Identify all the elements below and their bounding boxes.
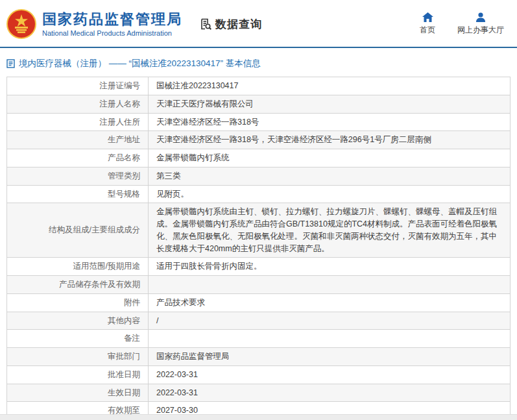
table-row: 生产地址 天津空港经济区经一路318号，天津空港经济区经一路296号1号厂房二层… <box>7 131 511 149</box>
row-value: 国械注准20223130417 <box>149 77 511 95</box>
nav-online-hall[interactable]: 网上办事大厅 <box>457 12 504 36</box>
table-row: 审批部门 国家药品监督管理局 <box>7 348 511 366</box>
page-header: 国家药品监督管理局 National Medical Products Admi… <box>0 0 517 48</box>
row-value: 2022-03-31 <box>149 365 511 384</box>
row-value <box>149 276 511 294</box>
row-value: 天津空港经济区经一路318号 <box>149 113 511 131</box>
table-row: 产品名称 金属带锁髓内钉系统 <box>7 149 511 167</box>
table-row: 其他内容 / <box>7 312 511 330</box>
row-value: / <box>149 312 511 330</box>
row-label: 注册人名称 <box>7 95 149 113</box>
row-value: 天津空港经济区经一路318号，天津空港经济区经一路296号1号厂房二层南侧 <box>149 131 511 149</box>
tab-data-query[interactable]: 数据查询 <box>199 17 262 32</box>
org-name-cn: 国家药品监督管理局 <box>42 11 182 27</box>
row-value: 2022-03-31 <box>149 384 511 402</box>
table-row: 型号规格 见附页。 <box>7 185 511 203</box>
row-label: 注册证编号 <box>7 77 149 95</box>
row-label: 附件 <box>7 293 149 312</box>
row-value: 金属带锁髓内钉系统 <box>149 149 511 167</box>
nav-home[interactable]: 首页 <box>420 12 435 36</box>
person-icon <box>475 12 486 22</box>
row-label: 备注 <box>7 330 149 348</box>
home-icon <box>422 12 433 22</box>
registration-info-table: 注册证编号 国械注准20223130417 注册人名称 天津正天医疗器械有限公司… <box>6 77 511 420</box>
table-row: 适用范围/预期用途 适用于四肢长骨骨折内固定。 <box>7 258 511 276</box>
row-label: 注册人住所 <box>7 113 149 131</box>
row-label: 结构及组成/主要组成成分 <box>7 203 149 258</box>
row-value: 金属带锁髓内钉系统由主钉、锁钉、拉力螺钉、拉力螺旋刀片、髁螺钉、髁螺母、盖帽及压… <box>149 203 511 258</box>
row-value: 第三类 <box>149 167 511 185</box>
table-row: 备注 <box>7 330 511 348</box>
row-label: 生产地址 <box>7 131 149 149</box>
top-nav: 首页 网上办事大厅 <box>420 12 508 36</box>
row-value: 见附页。 <box>149 185 511 203</box>
row-label: 批准日期 <box>7 365 149 384</box>
table-row: 附件 产品技术要求 <box>7 293 511 312</box>
table-row: 注册人名称 天津正天医疗器械有限公司 <box>7 95 511 113</box>
table-row: 结构及组成/主要组成成分 金属带锁髓内钉系统由主钉、锁钉、拉力螺钉、拉力螺旋刀片… <box>7 203 511 258</box>
row-label: 产品储存条件及有效期 <box>7 276 149 294</box>
org-title-block: 国家药品监督管理局 National Medical Products Admi… <box>42 11 182 36</box>
row-value <box>149 330 511 348</box>
document-icon <box>6 59 15 68</box>
row-value: 适用于四肢长骨骨折内固定。 <box>149 258 511 276</box>
row-value: 产品技术要求 <box>149 293 511 312</box>
table-row: 注册证编号 国械注准20223130417 <box>7 77 511 95</box>
row-label: 产品名称 <box>7 149 149 167</box>
row-label: 审批部门 <box>7 348 149 366</box>
row-value: 天津正天医疗器械有限公司 <box>149 95 511 113</box>
nav-home-label: 首页 <box>420 25 435 36</box>
row-label: 其他内容 <box>7 312 149 330</box>
breadcrumb-text: 境内医疗器械（注册） —— “国械注准20223130417” 基本信息 <box>19 58 261 69</box>
row-value: 国家药品监督管理局 <box>149 348 511 366</box>
row-label: 管理类别 <box>7 167 149 185</box>
breadcrumb: 境内医疗器械（注册） —— “国械注准20223130417” 基本信息 <box>0 48 517 77</box>
table-row: 生效日期 2022-03-31 <box>7 384 511 402</box>
footer-strip <box>0 414 517 420</box>
document-search-icon <box>199 18 212 31</box>
nav-online-hall-label: 网上办事大厅 <box>457 25 504 36</box>
row-label: 生效日期 <box>7 384 149 402</box>
row-label: 适用范围/预期用途 <box>7 258 149 276</box>
data-query-label: 数据查询 <box>215 17 262 32</box>
table-row: 产品储存条件及有效期 <box>7 276 511 294</box>
row-label: 型号规格 <box>7 185 149 203</box>
org-name-en: National Medical Products Administration <box>42 29 182 37</box>
table-row: 管理类别 第三类 <box>7 167 511 185</box>
table-row: 注册人住所 天津空港经济区经一路318号 <box>7 113 511 131</box>
table-row: 批准日期 2022-03-31 <box>7 365 511 384</box>
nmpa-emblem-logo <box>6 9 36 39</box>
